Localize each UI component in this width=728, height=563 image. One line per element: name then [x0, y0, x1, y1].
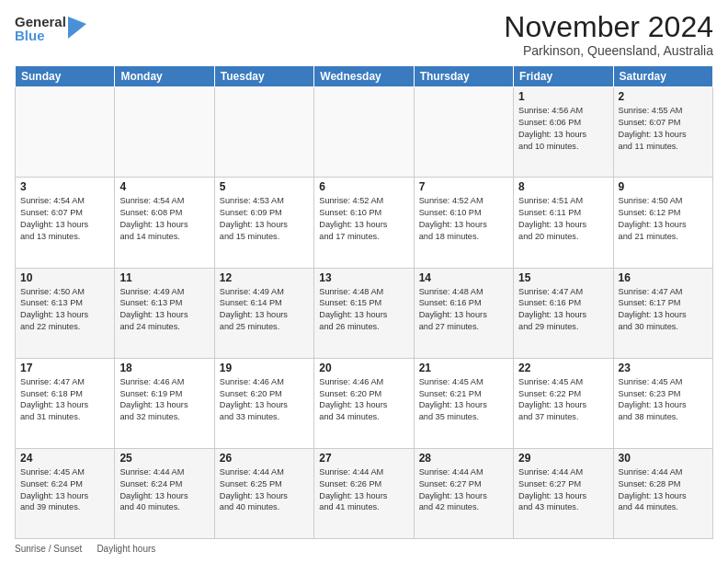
- table-row: 8Sunrise: 4:51 AM Sunset: 6:11 PM Daylig…: [514, 178, 613, 268]
- table-row: [214, 87, 313, 178]
- table-row: [314, 87, 414, 178]
- calendar-week-2: 10Sunrise: 4:50 AM Sunset: 6:13 PM Dayli…: [16, 268, 713, 358]
- day-info: Sunrise: 4:50 AM Sunset: 6:12 PM Dayligh…: [619, 195, 708, 243]
- table-row: 14Sunrise: 4:48 AM Sunset: 6:16 PM Dayli…: [414, 268, 513, 358]
- day-number: 8: [518, 180, 608, 193]
- day-number: 21: [419, 362, 508, 374]
- day-number: 17: [20, 362, 109, 374]
- table-row: 4Sunrise: 4:54 AM Sunset: 6:08 PM Daylig…: [115, 178, 214, 268]
- calendar-table: Sunday Monday Tuesday Wednesday Thursday…: [15, 65, 713, 539]
- month-title: November 2024: [504, 11, 713, 43]
- location: Parkinson, Queensland, Australia: [504, 43, 713, 58]
- day-info: Sunrise: 4:46 AM Sunset: 6:20 PM Dayligh…: [319, 376, 408, 424]
- col-tuesday: Tuesday: [214, 66, 313, 87]
- logo-blue: Blue: [15, 29, 66, 42]
- logo-text: General Blue: [15, 15, 66, 42]
- day-info: Sunrise: 4:45 AM Sunset: 6:23 PM Dayligh…: [619, 376, 708, 424]
- logo-general: General: [15, 15, 66, 29]
- day-info: Sunrise: 4:50 AM Sunset: 6:13 PM Dayligh…: [20, 286, 109, 334]
- day-info: Sunrise: 4:45 AM Sunset: 6:21 PM Dayligh…: [419, 376, 508, 424]
- day-number: 18: [119, 362, 209, 374]
- table-row: 13Sunrise: 4:48 AM Sunset: 6:15 PM Dayli…: [314, 268, 414, 358]
- day-info: Sunrise: 4:48 AM Sunset: 6:16 PM Dayligh…: [419, 286, 508, 334]
- logo: General Blue: [15, 15, 86, 42]
- table-row: 28Sunrise: 4:44 AM Sunset: 6:27 PM Dayli…: [414, 448, 513, 538]
- table-row: 10Sunrise: 4:50 AM Sunset: 6:13 PM Dayli…: [16, 268, 115, 358]
- table-row: 23Sunrise: 4:45 AM Sunset: 6:23 PM Dayli…: [613, 358, 712, 448]
- day-number: 28: [419, 452, 508, 465]
- table-row: 3Sunrise: 4:54 AM Sunset: 6:07 PM Daylig…: [16, 178, 115, 268]
- day-info: Sunrise: 4:45 AM Sunset: 6:22 PM Dayligh…: [518, 376, 608, 424]
- day-info: Sunrise: 4:48 AM Sunset: 6:15 PM Dayligh…: [319, 286, 408, 334]
- header: General Blue November 2024 Parkinson, Qu…: [15, 11, 713, 58]
- table-row: 20Sunrise: 4:46 AM Sunset: 6:20 PM Dayli…: [314, 358, 414, 448]
- table-row: 19Sunrise: 4:46 AM Sunset: 6:20 PM Dayli…: [214, 358, 313, 448]
- day-number: 25: [119, 452, 209, 465]
- day-info: Sunrise: 4:51 AM Sunset: 6:11 PM Dayligh…: [518, 195, 608, 243]
- footer-daylight-label: Daylight hours: [97, 544, 155, 554]
- table-row: 17Sunrise: 4:47 AM Sunset: 6:18 PM Dayli…: [16, 358, 115, 448]
- day-number: 19: [220, 362, 309, 374]
- day-number: 14: [419, 271, 508, 284]
- day-number: 2: [619, 90, 708, 103]
- col-monday: Monday: [115, 66, 214, 87]
- table-row: [414, 87, 513, 178]
- calendar-header-row: Sunday Monday Tuesday Wednesday Thursday…: [16, 66, 713, 87]
- day-info: Sunrise: 4:54 AM Sunset: 6:07 PM Dayligh…: [20, 195, 109, 243]
- day-info: Sunrise: 4:49 AM Sunset: 6:14 PM Dayligh…: [220, 286, 309, 334]
- day-info: Sunrise: 4:46 AM Sunset: 6:20 PM Dayligh…: [220, 376, 309, 424]
- footer: Sunrise / Sunset Daylight hours: [15, 544, 713, 554]
- day-number: 1: [518, 90, 608, 103]
- table-row: 15Sunrise: 4:47 AM Sunset: 6:16 PM Dayli…: [514, 268, 613, 358]
- day-number: 22: [518, 362, 608, 374]
- day-info: Sunrise: 4:45 AM Sunset: 6:24 PM Dayligh…: [20, 466, 109, 514]
- table-row: 7Sunrise: 4:52 AM Sunset: 6:10 PM Daylig…: [414, 178, 513, 268]
- day-info: Sunrise: 4:44 AM Sunset: 6:25 PM Dayligh…: [220, 466, 309, 514]
- col-thursday: Thursday: [414, 66, 513, 87]
- day-info: Sunrise: 4:46 AM Sunset: 6:19 PM Dayligh…: [119, 376, 209, 424]
- day-number: 13: [319, 271, 408, 284]
- day-info: Sunrise: 4:44 AM Sunset: 6:28 PM Dayligh…: [619, 466, 708, 514]
- day-info: Sunrise: 4:44 AM Sunset: 6:24 PM Dayligh…: [119, 466, 209, 514]
- day-info: Sunrise: 4:44 AM Sunset: 6:27 PM Dayligh…: [518, 466, 608, 514]
- day-number: 5: [220, 180, 309, 193]
- day-number: 26: [220, 452, 309, 465]
- day-info: Sunrise: 4:52 AM Sunset: 6:10 PM Dayligh…: [319, 195, 408, 243]
- calendar-week-4: 24Sunrise: 4:45 AM Sunset: 6:24 PM Dayli…: [16, 448, 713, 538]
- day-number: 23: [619, 362, 708, 374]
- day-number: 4: [119, 180, 209, 193]
- page: General Blue November 2024 Parkinson, Qu…: [0, 0, 728, 563]
- table-row: 12Sunrise: 4:49 AM Sunset: 6:14 PM Dayli…: [214, 268, 313, 358]
- day-info: Sunrise: 4:44 AM Sunset: 6:27 PM Dayligh…: [419, 466, 508, 514]
- table-row: 26Sunrise: 4:44 AM Sunset: 6:25 PM Dayli…: [214, 448, 313, 538]
- table-row: 25Sunrise: 4:44 AM Sunset: 6:24 PM Dayli…: [115, 448, 214, 538]
- logo-icon: [68, 17, 86, 39]
- day-number: 29: [518, 452, 608, 465]
- day-number: 7: [419, 180, 508, 193]
- day-number: 12: [220, 271, 309, 284]
- day-info: Sunrise: 4:44 AM Sunset: 6:26 PM Dayligh…: [319, 466, 408, 514]
- calendar-week-0: 1Sunrise: 4:56 AM Sunset: 6:06 PM Daylig…: [16, 87, 713, 178]
- col-sunday: Sunday: [16, 66, 115, 87]
- table-row: 21Sunrise: 4:45 AM Sunset: 6:21 PM Dayli…: [414, 358, 513, 448]
- table-row: 27Sunrise: 4:44 AM Sunset: 6:26 PM Dayli…: [314, 448, 414, 538]
- col-wednesday: Wednesday: [314, 66, 414, 87]
- table-row: 11Sunrise: 4:49 AM Sunset: 6:13 PM Dayli…: [115, 268, 214, 358]
- day-number: 16: [619, 271, 708, 284]
- table-row: 22Sunrise: 4:45 AM Sunset: 6:22 PM Dayli…: [514, 358, 613, 448]
- day-info: Sunrise: 4:55 AM Sunset: 6:07 PM Dayligh…: [619, 105, 708, 153]
- table-row: 30Sunrise: 4:44 AM Sunset: 6:28 PM Dayli…: [613, 448, 712, 538]
- day-number: 11: [119, 271, 209, 284]
- table-row: 6Sunrise: 4:52 AM Sunset: 6:10 PM Daylig…: [314, 178, 414, 268]
- table-row: 18Sunrise: 4:46 AM Sunset: 6:19 PM Dayli…: [115, 358, 214, 448]
- table-row: 5Sunrise: 4:53 AM Sunset: 6:09 PM Daylig…: [214, 178, 313, 268]
- day-info: Sunrise: 4:52 AM Sunset: 6:10 PM Dayligh…: [419, 195, 508, 243]
- calendar-week-1: 3Sunrise: 4:54 AM Sunset: 6:07 PM Daylig…: [16, 178, 713, 268]
- day-number: 15: [518, 271, 608, 284]
- day-info: Sunrise: 4:47 AM Sunset: 6:17 PM Dayligh…: [619, 286, 708, 334]
- table-row: 16Sunrise: 4:47 AM Sunset: 6:17 PM Dayli…: [613, 268, 712, 358]
- table-row: [115, 87, 214, 178]
- day-number: 27: [319, 452, 408, 465]
- day-info: Sunrise: 4:56 AM Sunset: 6:06 PM Dayligh…: [518, 105, 608, 153]
- footer-sunrise-label: Sunrise / Sunset: [15, 544, 82, 554]
